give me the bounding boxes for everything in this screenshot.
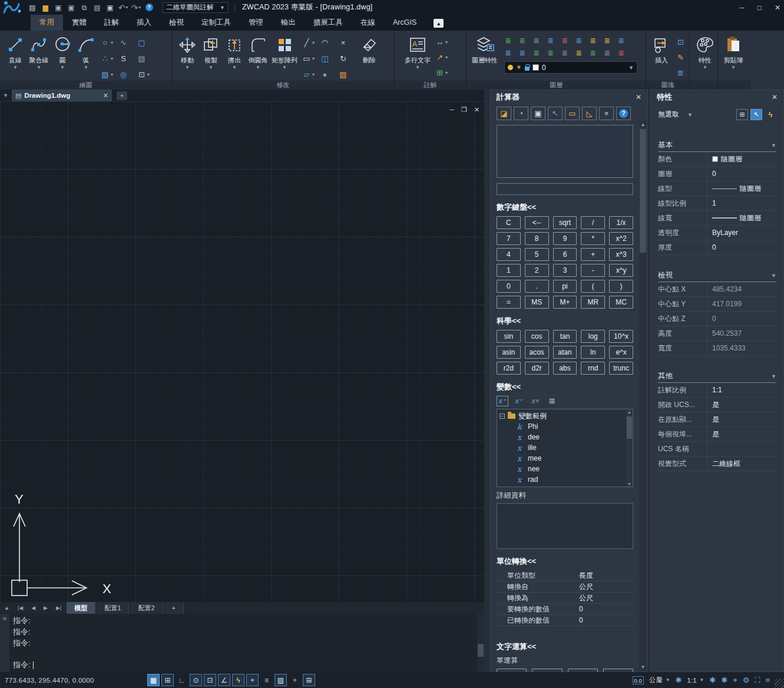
align-icon[interactable]: ◫ [320,51,338,67]
menu-icon[interactable]: ≡ [260,674,273,686]
erase-button[interactable]: 刪除 [358,33,381,66]
calc-input-icon[interactable]: ⊞ [546,396,558,406]
calc-key[interactable]: 5 [525,248,549,261]
calculator-history-box[interactable] [497,125,633,178]
layer-walk-icon[interactable]: ≣ [517,47,531,59]
layer-previous-icon[interactable]: ≣ [588,47,602,59]
doc-restore-button[interactable]: ❐ [461,106,467,114]
wipeout-icon[interactable]: ⊡▾ [137,67,155,82]
table-icon[interactable]: ⊞▾ [435,65,448,80]
add-layout-button[interactable]: + [164,602,184,614]
stretch-button[interactable]: 擠出▼ [223,33,246,71]
calc-key[interactable]: 9 [553,232,577,245]
tab-layout2[interactable]: 配置2 [130,602,163,614]
layer-visibility-icon[interactable]: ≣ [616,34,630,47]
trim-icon[interactable]: ╱▾ [302,35,320,51]
delete-variable-icon[interactable]: x× [530,396,541,406]
calc-key[interactable]: atan [553,346,577,359]
donut-icon[interactable]: ◎ [118,67,137,82]
ellipse-icon[interactable]: ○▾ [100,35,118,51]
layer-bulb-icon[interactable]: ≣ [588,34,602,47]
layer-check-icon[interactable]: ≣ [545,47,560,59]
variable-item[interactable]: xrad [499,474,624,485]
tab-insert[interactable]: 插入 [128,15,160,31]
property-row-color[interactable]: 顏色 隨圖層 [658,152,776,167]
resize-grip[interactable] [775,679,784,688]
close-button[interactable]: ✕ [775,4,780,12]
auto-annotation-icon[interactable]: ✱ [721,676,727,684]
rotate-icon[interactable]: ↻ [338,51,356,67]
dropdown-arrow-icon[interactable]: ▾ [125,5,128,10]
dropdown-arrow-icon[interactable]: ▼ [13,65,18,70]
leader-icon[interactable]: ↗▾ [435,49,448,65]
layer-match-icon[interactable]: ≣ [531,47,545,59]
polar-icon[interactable]: ⊙ [190,674,202,686]
calc-key[interactable]: 1/x [609,216,633,229]
dropdown-arrow-icon[interactable]: ▼ [232,65,237,70]
tab-home[interactable]: 常用 [31,15,63,31]
rect-array-button[interactable]: 矩形陣列▼ [270,33,299,71]
doc-close-button[interactable]: ✕ [474,106,479,114]
precision-box[interactable]: 0.0 [633,676,644,684]
calc-key[interactable]: rnd [581,362,605,375]
dropdown-arrow-icon[interactable]: ▼ [37,65,41,70]
explode-icon[interactable]: ▱▾ [302,67,320,82]
property-row-linetype[interactable]: 線型 隨圖層 [658,181,776,196]
layer-thaw-icon[interactable]: ≣ [602,34,616,47]
dropdown-arrow-icon[interactable]: ▼ [84,65,88,70]
calc-key[interactable]: 1 [497,264,521,277]
zwcad-logo-icon[interactable] [0,0,26,15]
command-line-panel[interactable]: ✕ 指令:指令:指令: 指令: [0,614,484,672]
tab-layout1[interactable]: 配置1 [97,602,129,614]
otrack-icon[interactable]: ∠ [218,674,230,686]
layer-freeze-icon[interactable]: ≣ [545,34,560,47]
property-row[interactable]: 視覺型式二維線框 [658,457,776,471]
close-properties-icon[interactable]: ✕ [772,93,778,101]
tab-custom-tools[interactable]: 定制工具 [193,15,240,31]
keypad-section-label[interactable]: 數字鍵盤<< [497,202,633,213]
tab-solid[interactable]: 實體 [63,15,95,31]
spline-cv-icon[interactable]: S [118,51,137,67]
calc-key[interactable]: 0 [497,280,521,293]
fillet-button[interactable]: 倒圓角▼ [246,33,270,71]
help-icon[interactable]: ? [144,2,154,13]
dropdown-arrow-icon[interactable]: ▾ [312,40,315,45]
calc-key[interactable]: d2r [525,362,549,375]
open-folder-icon[interactable]: ▆ [40,2,51,13]
close-command-icon[interactable]: ✕ [2,616,7,622]
scale-icon[interactable]: ▭▾ [302,51,320,67]
scroll-up-icon[interactable]: ▲ [639,122,647,127]
move-button[interactable]: 移動▼ [176,33,199,71]
dropdown-arrow-icon[interactable]: ▾ [111,40,113,45]
calc-key[interactable]: 6 [553,248,577,261]
attribute-manager-icon[interactable]: ≣ [676,65,686,80]
property-row-transparency[interactable]: 透明度 ByLayer [658,226,776,240]
transparency-icon[interactable]: ▨ [274,674,287,686]
calc-key[interactable]: = [497,296,521,309]
property-row[interactable]: 中心點 Z0 [658,312,776,326]
calc-key[interactable]: ) [609,280,633,293]
copy-button[interactable]: 複製▼ [199,33,223,71]
variable-item[interactable]: xnee [499,464,624,474]
calc-key[interactable]: . [525,280,549,293]
chevron-down-icon[interactable]: ▼ [771,143,776,148]
pick-point-icon[interactable]: ↖ [548,107,563,120]
grid-icon[interactable]: ▦ [147,674,160,686]
document-tab[interactable]: ▤ Drawing1.dwg ✕ [12,90,112,101]
chevron-down-icon[interactable]: ▼ [700,677,704,683]
chevron-down-icon[interactable]: ▼ [771,373,776,379]
dropdown-arrow-icon[interactable]: ▾ [312,72,315,77]
save-all-icon[interactable]: ⧉ [79,2,90,13]
calc-key[interactable]: sin [497,330,521,343]
layer-unlock-icon[interactable]: ≣ [574,34,588,47]
calc-key[interactable]: log [581,330,605,343]
units-row[interactable]: 轉換自公尺 [497,581,633,593]
chevron-down-icon[interactable]: ▼ [771,273,776,279]
ribbon-collapse-button[interactable]: ▲ [434,19,444,28]
property-row[interactable]: 在原點顯...是 [658,412,776,427]
arc-button[interactable]: 弧▼ [74,33,98,71]
calc-key[interactable]: - [581,264,605,277]
clear-history-icon[interactable]: × [599,107,614,120]
doc-list-arrow-icon[interactable]: ▼ [3,92,8,98]
calc-key[interactable]: 7 [497,232,521,245]
